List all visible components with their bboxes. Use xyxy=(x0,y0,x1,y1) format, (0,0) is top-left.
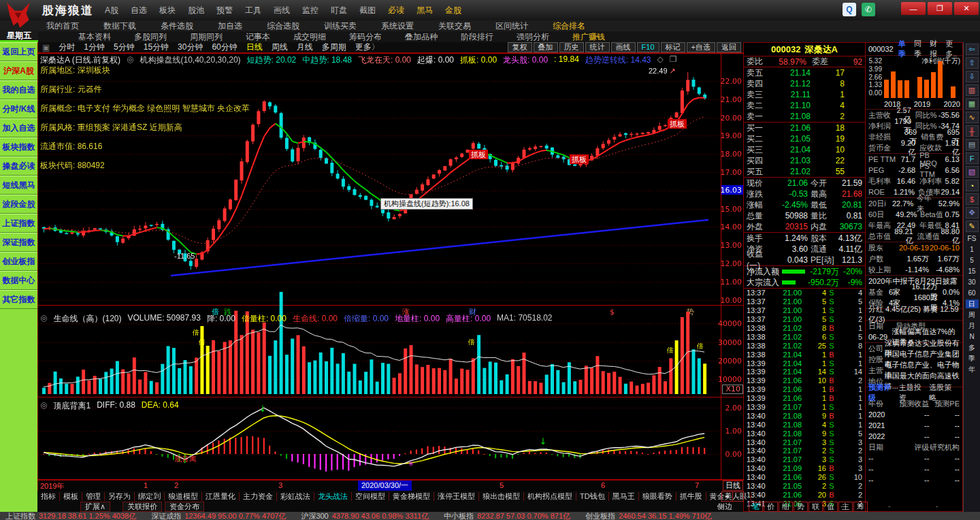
menu-item-阶段排行[interactable]: 阶段排行 xyxy=(461,31,493,43)
pane-corner-icon[interactable]: ❐ xyxy=(670,54,677,66)
mini-tab-联[interactable]: 联 xyxy=(808,502,823,512)
toolbar-button-统计[interactable]: 统计 xyxy=(585,42,610,52)
menu-item-盯盘[interactable]: 盯盘 xyxy=(331,5,347,16)
down-arrow-icon[interactable]: ⇩ xyxy=(966,71,979,82)
indicator-circle-icon[interactable]: ◎ xyxy=(40,313,47,325)
kline-chart-icon[interactable]: ▥ xyxy=(966,84,979,96)
indicator-circle-icon[interactable]: ◎ xyxy=(127,54,133,66)
toolbar-button-历史[interactable]: 历史 xyxy=(559,42,584,52)
sidebar-item-其它指数[interactable]: 其它指数 xyxy=(0,290,37,309)
index-quote[interactable]: 深证成指12364.49 95.00 0.77% 4707亿 xyxy=(151,512,286,520)
sell-queue-row[interactable]: 卖二21.104 xyxy=(744,100,865,111)
menu-item-记事本[interactable]: 记事本 xyxy=(246,31,270,43)
close-button[interactable]: ✕ xyxy=(954,2,979,15)
menu-item-训练买卖[interactable]: 训练买卖 xyxy=(324,20,357,32)
period-tab-15分钟[interactable]: 15分钟 xyxy=(144,42,169,53)
menu-item-关联交易[interactable]: 关联交易 xyxy=(438,20,471,32)
strip-period-季[interactable]: 季 xyxy=(966,354,979,363)
strip-period-15[interactable]: 15 xyxy=(966,267,979,276)
menu-item-板块[interactable]: 板块 xyxy=(159,5,176,16)
period-tab-1分钟[interactable]: 1分钟 xyxy=(84,42,105,53)
f10-icon[interactable]: F xyxy=(966,152,979,164)
bottom-tab-模板[interactable]: 模板 xyxy=(60,492,82,501)
sidebar-item-操盘必读[interactable]: 操盘必读 xyxy=(0,157,37,176)
period-tab-30分钟[interactable]: 30分钟 xyxy=(178,42,203,53)
toolbar-button-画线[interactable]: 画线 xyxy=(611,42,636,52)
sell-queue-row[interactable]: 卖四21.128 xyxy=(744,78,865,89)
zoom-out-button[interactable]: - xyxy=(732,491,744,502)
info-table-icon[interactable]: ▤ xyxy=(966,139,979,150)
menu-item-条件选股[interactable]: 条件选股 xyxy=(161,20,193,32)
period-tab-多周期[interactable]: 多周期 xyxy=(322,42,346,53)
strategy-tab-抓牛股[interactable]: 抓牛股 xyxy=(676,492,706,501)
sidebar-item-分时/K线[interactable]: 分时/K线 xyxy=(0,99,37,118)
buy-queue-row[interactable]: 买三21.0410 xyxy=(744,144,865,155)
buy-queue-row[interactable]: 买一21.0618 xyxy=(744,123,865,133)
buy-queue-row[interactable]: 买四21.0322 xyxy=(744,155,865,166)
qq-icon[interactable]: Q xyxy=(843,3,856,16)
strip-period-年[interactable]: 年 xyxy=(966,365,979,374)
extra-tab-扩展∧[interactable]: 扩展∧ xyxy=(80,502,110,512)
bar-chart-icon[interactable]: ▦ xyxy=(966,98,979,110)
mini-tab-笔[interactable]: 笔 xyxy=(749,502,763,512)
menu-item-监控[interactable]: 监控 xyxy=(302,5,318,16)
trend-line-icon[interactable]: ∿ xyxy=(966,112,979,123)
menu-item-系统设置[interactable]: 系统设置 xyxy=(381,20,414,32)
strategy-tab-江恩量化[interactable]: 江恩量化 xyxy=(202,492,240,501)
menu-item-股池[interactable]: 股池 xyxy=(188,5,204,16)
menu-item-综合排名[interactable]: 综合排名 xyxy=(553,20,585,32)
pencil-icon[interactable]: ✎ xyxy=(966,221,979,232)
strategy-tab-龙头战法[interactable]: 龙头战法 xyxy=(314,492,352,501)
strip-period-周[interactable]: 周 xyxy=(966,310,979,319)
strip-period-日[interactable]: 日 xyxy=(966,299,979,308)
sidebar-item-上证指数[interactable]: 上证指数 xyxy=(0,214,37,233)
buy-queue-row[interactable]: 买五21.0255 xyxy=(744,166,865,177)
sidebar-item-返回上页[interactable]: 返回上页 xyxy=(0,42,37,61)
indicator-circle-icon[interactable]: ◎ xyxy=(40,400,47,412)
menu-item-推广赚钱[interactable]: 推广赚钱 xyxy=(572,31,605,43)
menu-item-叠加品种[interactable]: 叠加品种 xyxy=(405,31,438,43)
mini-tab-细[interactable]: 细 xyxy=(779,502,793,512)
menu-item-综合选股[interactable]: 综合选股 xyxy=(267,20,299,32)
sidebar-item-波段金股[interactable]: 波段金股 xyxy=(0,195,37,214)
strip-period-30[interactable]: 30 xyxy=(966,278,979,287)
toolbar-button-F10[interactable]: F10 xyxy=(637,42,659,52)
zoom-in-button[interactable]: + xyxy=(721,491,733,502)
menu-item-黑马[interactable]: 黑马 xyxy=(416,5,433,16)
menu-item-金股[interactable]: 金股 xyxy=(445,5,461,16)
strategy-tab-空间模型[interactable]: 空间模型 xyxy=(352,492,389,501)
strip-period-60[interactable]: 60 xyxy=(966,289,979,297)
mini-tab-势[interactable]: 势 xyxy=(794,502,808,512)
menu-item-加自选[interactable]: 加自选 xyxy=(218,20,242,32)
strip-period-N[interactable]: N xyxy=(966,332,979,341)
strategy-tab-黄金梯模型[interactable]: 黄金梯模型 xyxy=(389,492,434,501)
menu-item-强弱分析[interactable]: 强弱分析 xyxy=(517,31,549,43)
bottom-tab-绑定到[interactable]: 绑定到 xyxy=(135,492,165,501)
sidebar-item-加入自选[interactable]: 加入自选 xyxy=(0,118,37,137)
menu-item-周期同列[interactable]: 周期同列 xyxy=(190,31,223,43)
period-tab-周线[interactable]: 周线 xyxy=(272,42,288,53)
period-tab-更多〉[interactable]: 更多〉 xyxy=(355,42,380,53)
strip-period-FS[interactable]: FS xyxy=(966,234,979,243)
toolbar-button-+自选[interactable]: +自选 xyxy=(687,42,715,52)
menu-item-数据下载[interactable]: 数据下载 xyxy=(103,20,136,32)
strip-period-多[interactable]: 多 xyxy=(966,343,979,352)
period-tab-日线[interactable]: 日线 xyxy=(246,42,263,53)
sell-queue-row[interactable]: 卖三21.111 xyxy=(744,89,865,100)
minimize-button[interactable]: — xyxy=(901,2,926,15)
sidebar-item-创业板指[interactable]: 创业板指 xyxy=(0,252,37,271)
strip-period-5[interactable]: 5 xyxy=(966,256,979,265)
menu-item-基本资料[interactable]: 基本资料 xyxy=(78,31,111,43)
menu-item-区间统计[interactable]: 区间统计 xyxy=(495,20,528,32)
mini-tab-价[interactable]: 价 xyxy=(764,502,778,512)
sell-queue-row[interactable]: 卖五21.1417 xyxy=(744,67,865,78)
extra-tab-关联报价[interactable]: 关联报价 xyxy=(122,502,162,512)
period-tab-分时[interactable]: 分时 xyxy=(59,42,75,53)
sidebar-item-深证指数[interactable]: 深证指数 xyxy=(0,233,37,252)
pane-corner-icon[interactable]: ◇ xyxy=(657,54,664,66)
compass-icon[interactable]: ✥ xyxy=(966,207,979,218)
bottom-tab-管理[interactable]: 管理 xyxy=(82,492,105,501)
strategy-tab-彩虹战法[interactable]: 彩虹战法 xyxy=(277,492,314,501)
strip-period-月[interactable]: 月 xyxy=(966,321,979,330)
bottom-tab-指标[interactable]: 指标 xyxy=(37,492,60,501)
